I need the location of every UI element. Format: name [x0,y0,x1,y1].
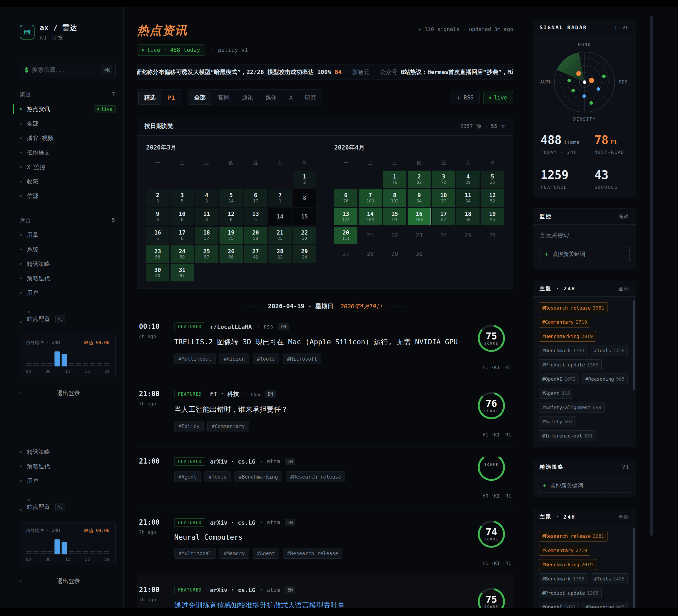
calendar-day[interactable]: 25 [456,227,480,244]
calendar-day[interactable]: 2822 [268,245,292,263]
feed-item-title[interactable]: Neural Computers [174,533,464,541]
tag-chip[interactable]: #Research release [286,471,345,482]
tag-chip[interactable]: #Research release [283,548,342,558]
calendar-day[interactable]: 26 [481,227,504,244]
topic-chip[interactable]: #Product update1385 [539,587,602,599]
sidebar-item-用户[interactable]: 用户 [20,286,116,300]
topic-chip[interactable]: #Commentary2719 [539,317,590,327]
calendar-day[interactable]: 1593 [383,208,406,225]
calendar-day[interactable]: 1955 [481,208,504,225]
calendar-day[interactable]: 1837 [195,227,218,244]
calendar-day[interactable]: 2924 [293,245,316,263]
calendar-day[interactable]: 514 [220,189,243,207]
add-keyword-button[interactable]: + 监控新关键词 [538,479,631,493]
sidebar-item-系统[interactable]: 系统 [20,242,116,257]
calendar-day[interactable]: 14 [268,208,292,225]
calendar-day[interactable]: 118 [195,208,218,225]
add-keyword-button[interactable]: + 监控新关键词 [539,246,630,262]
search-input[interactable]: $ 搜索信源... ⌘K [20,63,116,77]
sidebar-item-播客·视频[interactable]: 播客·视频 [20,131,116,145]
calendar-day[interactable]: 24 [432,227,455,244]
calendar-day[interactable]: 7103 [359,189,382,207]
live-toggle-button[interactable]: live [483,91,513,104]
calendar-day[interactable]: 2459 [171,245,194,263]
calendar-day[interactable]: 29 [383,245,406,263]
tag-chip[interactable]: #Policy [174,421,204,431]
tag-chip[interactable]: #Tools [253,354,279,364]
tab-通讯[interactable]: 通讯 [237,91,259,104]
sidebar-item-X 监控[interactable]: X 监控 [20,160,116,174]
calendar-day[interactable]: 8102 [383,189,406,207]
feed-item[interactable]: 00:104h agoFEATUREDr/LocalLLaMA· rssENTR… [137,312,513,379]
topic-chip[interactable]: #Tools1458 [591,345,628,356]
calendar-day[interactable]: 20111 [334,227,357,244]
calendar-day[interactable]: 106 [171,208,194,225]
calendar-day[interactable]: 994 [408,189,431,207]
calendar-day[interactable]: 2125 [268,227,292,244]
scrollbar-thumb[interactable] [633,300,635,390]
feed-item[interactable]: 21:007h agoFEATUREDarXiv · cs.LG· atomEN… [137,508,513,575]
topic-chip[interactable]: #OpenAI1072 [539,602,579,608]
feed-item-source[interactable]: arXiv · cs.LG [210,519,255,526]
calendar-day[interactable]: 13124 [334,208,357,225]
calendar-day[interactable]: 372 [432,171,455,188]
scrollbar-thumb[interactable] [633,528,635,608]
sidebar-item-信源[interactable]: 信源 [20,189,116,203]
calendar-day[interactable]: 71 [268,189,292,207]
calendar-day[interactable]: 2557 [195,245,218,263]
calendar-day[interactable]: 2742 [244,245,267,263]
calendar-day[interactable]: 617 [244,189,267,207]
tag-chip[interactable]: #Memory [220,548,249,558]
calendar-day[interactable]: 8 [293,189,316,207]
calendar-day[interactable]: 525 [481,171,504,188]
calendar-day[interactable]: 176 [383,171,406,188]
calendar-day[interactable]: 282 [408,171,431,188]
tag-chip[interactable]: #Vision [220,354,249,364]
feed-item-title[interactable]: 通过免训练置信感知校准提升扩散式大语言模型吞吐量 [174,601,464,608]
topic-chip[interactable]: #Tools1458 [591,573,628,584]
page-scrollbar[interactable] [650,16,653,536]
tag-chip[interactable]: #Benchmarking [234,471,282,482]
calendar-day[interactable]: 30 [408,245,431,263]
tag-chip[interactable]: #Multimodal [174,354,216,364]
calendar-day[interactable]: 3040 [146,264,169,281]
tab-媒体[interactable]: 媒体 [260,91,282,104]
feed-item-source[interactable]: FT · 科技 [210,390,239,398]
calendar-day[interactable]: 1252 [481,189,504,207]
sidebar-item-精选策略[interactable]: 精选策略 [20,257,116,271]
topic-chip[interactable]: #Research release3081 [539,531,607,542]
calendar-day[interactable]: 135 [244,208,267,225]
topic-chip[interactable]: #Commentary2719 [539,545,590,556]
topic-chip[interactable]: #Research release3081 [539,302,607,313]
topic-chip[interactable]: #Benchmark1783 [539,573,588,584]
logout-button[interactable]: 退出登录 [20,577,116,585]
calendar-day[interactable]: 1077 [432,189,455,207]
topic-chip[interactable]: #Reasoning985 [582,373,628,384]
calendar-day[interactable]: 93 [146,208,169,225]
calendar-day[interactable]: 1840 [456,208,480,225]
calendar-day[interactable]: 22 [383,227,406,244]
sidebar-item-用量[interactable]: 用量 [20,228,116,242]
calendar-day[interactable]: 2230 [293,227,316,244]
tag-chip[interactable]: #Microsoft [283,354,322,364]
calendar-day[interactable]: 2358 [146,245,169,263]
feed-item-source[interactable]: r/LocalLLaMA [210,324,252,330]
topic-chip[interactable]: #Benchmarking2019 [539,331,596,342]
calendar-day[interactable]: 1975 [220,227,243,244]
topics-all-link[interactable]: 全部 [618,514,630,520]
topic-chip[interactable]: #Benchmark1783 [539,345,588,356]
tab-研究[interactable]: 研究 [300,91,322,104]
calendar-day[interactable]: 429 [456,171,480,188]
tag-chip[interactable]: #Agent [174,471,201,482]
logout-button[interactable]: 退出登录 [20,389,116,397]
rss-button[interactable]: ↓ RSS [451,91,480,104]
calendar-day[interactable]: 3167 [171,264,194,281]
feed-item-source[interactable]: arXiv · cs.LG [210,458,255,465]
sidebar-item-site-config[interactable]: ☼ 站点配置 ⌥, [20,496,116,514]
sidebar-item-用户[interactable]: 用户 [20,474,116,488]
sidebar-item-收藏[interactable]: 收藏 [20,174,116,189]
sidebar-item-策略迭代[interactable]: 策略迭代 [20,459,116,474]
topic-chip[interactable]: #Safety697 [539,416,576,427]
calendar-day[interactable]: 165 [146,227,169,244]
calendar-day[interactable]: 176 [171,227,194,244]
